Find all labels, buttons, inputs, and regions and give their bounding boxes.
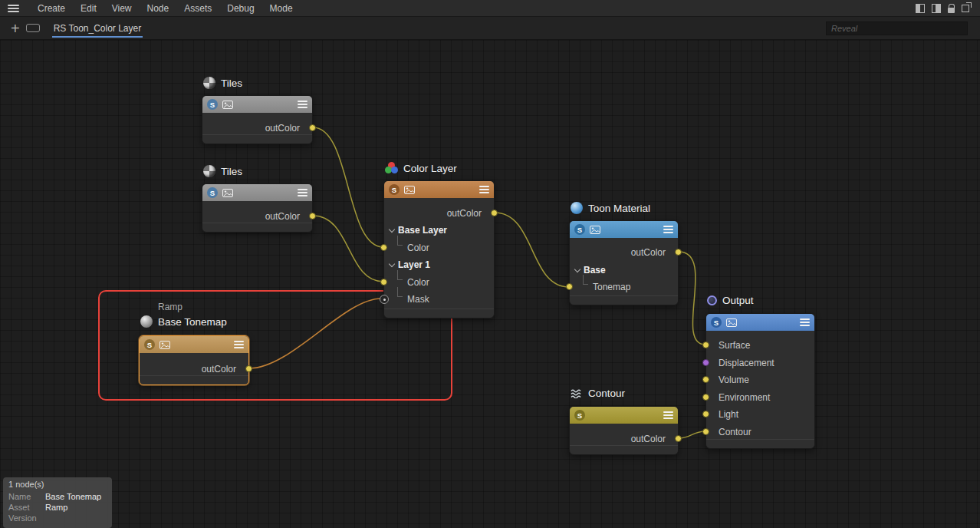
node-caption: Contour [571,388,625,399]
row-mask: Mask [407,293,429,305]
hamburger-menu-icon[interactable] [8,5,19,12]
port-color-2[interactable] [380,279,387,285]
node-tiles-2[interactable]: Tiles S outColor [202,183,313,233]
port-outcolor[interactable] [675,435,682,442]
node-title-row: Base Tonemap [140,315,227,328]
node-header[interactable]: S [202,184,312,201]
node-count: 1 node(s) [8,480,107,489]
port-contour[interactable] [702,428,709,435]
outcolor-label: outColor [265,122,300,134]
node-toon-material[interactable]: Toon Material S outColor Base Tonemap [569,220,679,305]
node-color-layer[interactable]: Color Layer S outColor Base Layer Color … [383,180,495,318]
collapse-chevron-base-layer[interactable] [389,226,395,233]
row-surface: Surface [719,339,750,351]
node-title: Tiles [221,78,242,89]
menu-debug[interactable]: Debug [219,0,261,17]
node-footer [202,134,312,144]
wire-contour-to-output-contour[interactable] [679,431,705,438]
node-base-tonemap[interactable]: Ramp Base Tonemap S outColor [139,335,249,385]
collapse-chevron-base[interactable] [574,266,580,272]
lock-icon[interactable] [948,8,955,13]
info-label: Asset [8,502,45,513]
row-layer-1[interactable]: Layer 1 [398,259,430,271]
row-displacement: Displacement [719,357,774,369]
add-tab-button[interactable]: + [6,18,25,38]
port-displacement[interactable] [702,359,709,366]
node-header[interactable]: S [140,336,248,353]
wire-tiles1-to-colorlayer-color1[interactable] [313,127,383,247]
node-menu-icon[interactable] [298,101,307,108]
popout-icon[interactable] [962,5,969,12]
node-title: Base Tonemap [158,316,227,328]
node-title: Tiles [221,166,242,177]
info-row-asset: Asset Ramp [8,502,107,513]
port-mask[interactable] [380,295,389,304]
outcolor-label: outColor [265,210,300,223]
port-outcolor[interactable] [245,365,252,372]
row-color-1: Color [407,242,429,254]
port-environment[interactable] [702,394,709,401]
port-surface[interactable] [702,342,709,348]
node-menu-icon[interactable] [663,411,673,419]
node-menu-icon[interactable] [663,226,673,233]
image-icon [159,341,170,349]
node-graph-canvas[interactable]: Tiles S outColor Tiles S [0,40,980,528]
node-footer [384,309,494,318]
menu-edit[interactable]: Edit [73,0,104,17]
node-caption: Toon Material [571,202,650,214]
port-color-1[interactable] [380,244,387,251]
node-menu-icon[interactable] [298,189,307,196]
node-view-icon[interactable] [26,24,40,32]
node-output[interactable]: Output S Surface Displacement Volume Env… [705,313,815,449]
redshift-s-icon: S [144,339,155,350]
tiles-icon [203,77,215,89]
menu-view[interactable]: View [104,0,140,17]
node-header[interactable]: S [384,181,494,198]
tab-rs-toon-color-layer[interactable]: RS Toon_Color Layer [52,18,143,39]
port-outcolor[interactable] [309,124,316,131]
node-title: Output [722,295,754,306]
node-header[interactable]: S [202,96,312,113]
port-outcolor[interactable] [309,213,316,219]
menu-node[interactable]: Node [140,0,177,17]
node-caption: Output [707,295,754,306]
wire-colorlayer-to-toon-tonemap[interactable] [495,213,569,287]
redshift-s-icon: S [574,224,585,235]
node-footer [706,439,814,448]
panel-layout-alt-icon[interactable] [932,4,941,13]
menu-mode[interactable]: Mode [262,0,301,17]
node-header[interactable]: S [570,221,678,238]
node-tiles-1[interactable]: Tiles S outColor [202,95,313,144]
node-header[interactable]: S [706,314,814,331]
panel-layout-icon[interactable] [916,4,925,13]
reveal-search-input[interactable] [826,21,968,35]
outcolor-label: outColor [631,433,666,445]
port-light[interactable] [702,411,709,417]
redshift-s-icon: S [207,99,218,110]
node-menu-icon[interactable] [800,318,810,326]
port-outcolor[interactable] [491,210,498,216]
node-contour[interactable]: Contour S outColor [569,406,679,455]
image-icon [222,101,233,109]
info-row-name: Name Base Tonemap [8,491,107,502]
wire-toon-to-output-surface[interactable] [679,252,705,345]
row-color-2: Color [407,276,429,289]
node-menu-icon[interactable] [234,341,244,348]
menu-assets[interactable]: Assets [176,0,219,17]
ramp-icon [140,315,153,328]
image-icon [590,226,600,234]
node-header[interactable]: S [570,407,678,424]
port-tonemap[interactable] [566,283,573,290]
image-icon [726,318,737,327]
menu-create[interactable]: Create [30,0,73,17]
collapse-chevron-layer-1[interactable] [389,261,395,267]
row-tonemap: Tonemap [593,281,630,293]
wire-tiles2-to-colorlayer-color2[interactable] [313,216,383,282]
search-wrap [826,21,968,35]
node-menu-icon[interactable] [479,186,489,193]
row-base-layer[interactable]: Base Layer [398,224,447,236]
tab-label: RS Toon_Color Layer [54,23,142,34]
port-outcolor[interactable] [675,249,682,256]
redshift-s-icon: S [389,184,400,195]
port-volume[interactable] [702,376,709,383]
